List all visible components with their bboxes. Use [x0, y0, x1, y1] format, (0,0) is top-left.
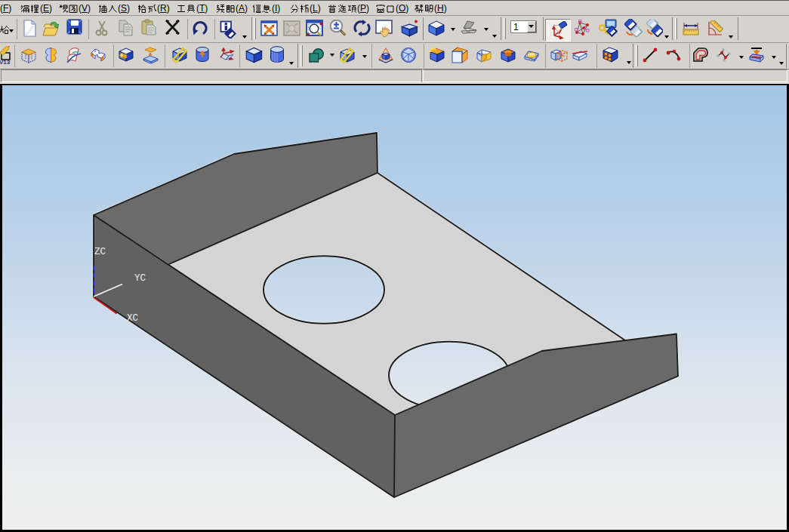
svg-text:XC: XC — [127, 313, 138, 324]
svg-text:V13: V13 — [0, 59, 11, 65]
svg-text:ZC: ZC — [94, 247, 106, 257]
svg-text:YC: YC — [134, 273, 146, 284]
